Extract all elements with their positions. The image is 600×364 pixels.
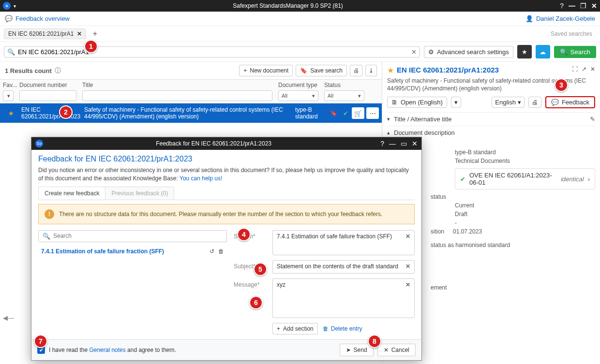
close-icon[interactable]: ✕ xyxy=(412,140,418,147)
section-field[interactable]: 7.4.1 Estimation of safe failure fractio… xyxy=(272,230,415,255)
language-select[interactable]: English▾ xyxy=(492,97,525,108)
send-button[interactable]: ➤Send xyxy=(340,344,374,356)
star-icon[interactable]: ★ xyxy=(387,66,394,75)
search-box[interactable]: 🔍 ✕ xyxy=(4,46,420,58)
feedback-overview-link[interactable]: 💬 Feedback overview xyxy=(5,15,70,22)
callout-3: 3 xyxy=(555,78,568,92)
prop-position-label: sition xyxy=(431,228,444,235)
favorite-star-button[interactable]: ★ xyxy=(517,45,532,58)
print-icon: 🖨 xyxy=(532,99,538,106)
export-button[interactable]: ⤓ xyxy=(365,65,377,76)
undo-icon[interactable]: ↺ xyxy=(210,248,214,255)
callout-6: 6 xyxy=(249,296,263,309)
dialog-help-link[interactable]: You can help us! xyxy=(180,175,222,182)
result-row[interactable]: ★ EN IEC 62061:2021/prA1:2023 Safety of … xyxy=(0,103,382,123)
close-icon[interactable]: ✕ xyxy=(591,2,597,10)
section-title-alt[interactable]: ▾ Title / Alternative title ✎ xyxy=(387,112,595,126)
save-search-button[interactable]: 🔖Save search xyxy=(296,65,347,76)
section-title-alt-label: Title / Alternative title xyxy=(394,116,451,123)
callout-8: 8 xyxy=(368,335,381,348)
delete-entry-button[interactable]: 🗑Delete entry xyxy=(323,325,362,332)
send-icon: ➤ xyxy=(346,347,351,353)
edit-icon[interactable]: ✎ xyxy=(590,116,595,123)
clear-icon[interactable]: ✕ xyxy=(405,281,410,288)
structure-search[interactable]: 🔍 xyxy=(38,230,227,242)
fav-filter[interactable]: ▾ xyxy=(3,90,14,101)
minimize-icon[interactable]: — xyxy=(389,140,396,147)
feedback-button[interactable]: 💬 Feedback xyxy=(545,96,595,108)
cancel-button[interactable]: ✕Cancel xyxy=(377,344,416,356)
structure-tree-item[interactable]: 7.4.1 Estimation of safe failure fractio… xyxy=(38,246,227,257)
search-input[interactable] xyxy=(18,48,408,56)
help-icon[interactable]: ? xyxy=(560,2,564,10)
status-filter-value: All xyxy=(328,93,333,99)
docnum-filter[interactable] xyxy=(19,90,76,101)
advanced-search-label: Advanced search settings xyxy=(437,48,509,56)
status-filter[interactable]: All▾ xyxy=(324,90,364,101)
prop-draft-value: - xyxy=(455,219,457,226)
subject-value: Statement on the contents of the draft s… xyxy=(277,263,398,270)
message-field[interactable]: xyz ✕ xyxy=(272,278,415,318)
clear-search-icon[interactable]: ✕ xyxy=(411,48,417,56)
clear-icon[interactable]: ✕ xyxy=(405,233,410,240)
close-icon[interactable]: ✕ xyxy=(590,66,595,73)
subject-field[interactable]: Statement on the contents of the draft s… xyxy=(272,260,415,274)
new-document-button[interactable]: +New document xyxy=(239,65,293,76)
more-button[interactable]: ⋯ xyxy=(366,107,379,119)
tab-create-feedback[interactable]: Create new feedback xyxy=(38,187,105,200)
doctype-filter[interactable]: All▾ xyxy=(278,90,318,101)
fullscreen-icon[interactable]: ⛶ xyxy=(572,66,578,73)
add-tab-button[interactable]: + xyxy=(89,28,101,40)
print-button[interactable]: 🖨 xyxy=(350,65,362,76)
warning-icon: ! xyxy=(45,209,54,219)
clear-icon[interactable]: ✕ xyxy=(405,263,410,270)
search-button[interactable]: 🔍 Search xyxy=(554,46,596,58)
minimize-icon[interactable]: — xyxy=(569,2,575,10)
delete-entry-label: Delete entry xyxy=(331,325,362,332)
saved-searches-link[interactable]: Saved searches xyxy=(547,29,596,39)
row-docnum: EN IEC 62061:2021/prA1:2023 xyxy=(19,106,82,120)
cloud-button[interactable]: ☁ xyxy=(536,45,550,58)
related-doc-row[interactable]: ✔ OVE EN IEC 62061/A1:2023-06-01 identic… xyxy=(455,168,595,189)
popout-icon[interactable]: ↗ xyxy=(582,66,586,73)
document-tab[interactable]: EN IEC 62061:2021/prA1 ✕ xyxy=(4,29,86,39)
trash-icon: 🗑 xyxy=(323,325,329,332)
prop-draft-label: Draft xyxy=(455,211,467,218)
maximize-icon[interactable]: ▭ xyxy=(401,140,407,147)
chevron-down-icon: ▾ xyxy=(518,99,521,106)
open-document-button[interactable]: 🗎 Open (English) xyxy=(387,97,447,108)
info-icon[interactable]: ⓘ xyxy=(55,66,61,75)
tab-close-icon[interactable]: ✕ xyxy=(77,30,82,37)
current-user[interactable]: 👤 Daniel Zacek-Gebele xyxy=(525,15,595,22)
star-icon[interactable]: ★ xyxy=(8,110,14,117)
prop-status-label: status xyxy=(431,193,446,200)
print-button[interactable]: 🖨 xyxy=(528,97,541,108)
maximize-icon[interactable]: ❐ xyxy=(580,2,586,10)
chevron-down-icon: ▾ xyxy=(387,116,390,122)
general-notes-link[interactable]: General notes xyxy=(89,347,125,353)
app-icon: ✶ xyxy=(3,2,11,10)
help-icon[interactable]: ? xyxy=(380,140,384,147)
open-document-dropdown[interactable]: ▾ xyxy=(451,97,461,108)
feedback-button-label: Feedback xyxy=(562,99,589,106)
advanced-search-button[interactable]: ⚙ Advanced search settings xyxy=(424,46,513,58)
col-docnum: Document number xyxy=(19,82,76,88)
search-icon: 🔍 xyxy=(560,48,568,56)
chevron-down-icon: ▾ xyxy=(358,93,361,99)
dialog-footer: ✔ I have read the General notes and agre… xyxy=(31,339,421,360)
prop-harmonised: status as harmonised standard xyxy=(431,242,510,248)
cart-button[interactable]: 🛒 xyxy=(352,107,364,119)
tab-previous-feedback[interactable]: Previous feedback (0) xyxy=(105,187,174,200)
search-icon: 🔍 xyxy=(43,233,50,240)
send-label: Send xyxy=(354,347,367,353)
structure-search-input[interactable] xyxy=(53,233,223,239)
alert-no-structure: ! There are no structure data for this d… xyxy=(38,204,415,224)
new-document-label: New document xyxy=(250,67,288,74)
col-status: Status xyxy=(324,82,364,88)
collapse-left-icon[interactable]: ◀— xyxy=(3,314,14,321)
trash-icon[interactable]: 🗑 xyxy=(218,248,224,255)
search-button-label: Search xyxy=(570,48,590,56)
add-section-button[interactable]: +Add section xyxy=(272,323,318,335)
title-filter[interactable] xyxy=(82,90,272,101)
chevron-down-icon: ▾ xyxy=(7,93,10,99)
